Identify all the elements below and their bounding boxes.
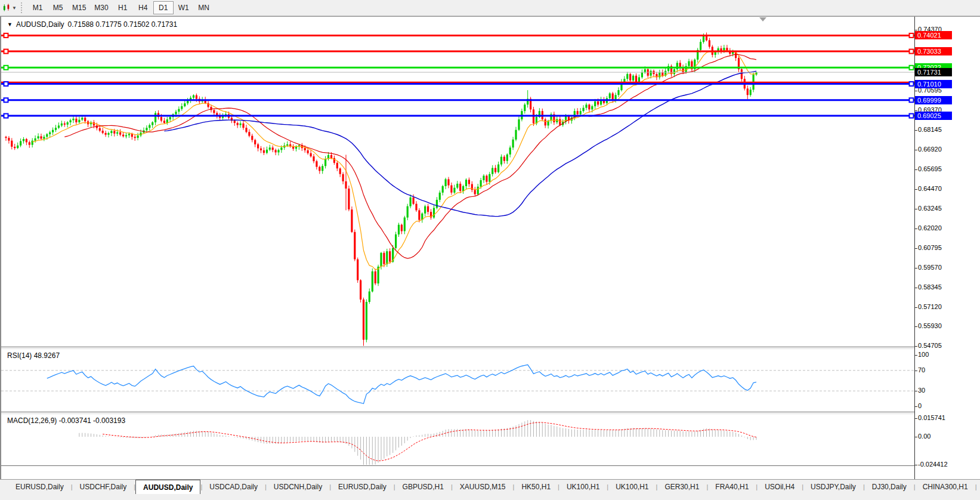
timeframe-buttons: M1M5M15M30H1H4D1W1MN — [27, 1, 214, 14]
price-tick-label: 0.63245 — [918, 205, 942, 212]
chart-tab-uk100-h1[interactable]: UK100,H1 — [608, 480, 656, 494]
timeframe-toolbar: ▼ M1M5M15M30H1H4D1W1MN — [0, 0, 980, 16]
chart-tab-usdcnh-daily[interactable]: USDCNH,Daily — [267, 480, 329, 494]
hline-handle[interactable] — [910, 82, 914, 86]
current-price-badge: 0.71731 — [915, 68, 952, 76]
hline-handle[interactable] — [4, 33, 8, 38]
chart-tab-fra40-h1[interactable]: FRA40,H1 — [708, 480, 756, 494]
timeframe-button-h4[interactable]: H4 — [133, 1, 153, 14]
hline-handle[interactable] — [4, 66, 8, 70]
timeframe-button-m15[interactable]: M15 — [68, 1, 90, 14]
rsi-tick-label: 70 — [918, 366, 925, 374]
price-chart-canvas[interactable] — [1, 17, 914, 347]
axis-tickmark — [914, 110, 917, 111]
axis-tickmark — [914, 229, 917, 229]
axis-tickmark — [914, 169, 917, 170]
chart-tab-hk50-h1[interactable]: HK50,H1 — [514, 480, 558, 494]
toolbar-grip[interactable] — [21, 2, 24, 13]
rsi-tick-label: 30 — [918, 387, 925, 394]
hline-handle[interactable] — [910, 98, 914, 102]
chevron-down-icon: ▼ — [12, 5, 17, 11]
price-tick-label: 0.68145 — [918, 126, 942, 133]
axis-tickmark — [914, 150, 917, 150]
price-tick-label: 0.58345 — [918, 283, 942, 291]
axis-tickmark — [914, 465, 917, 465]
axis-tickmark — [914, 130, 917, 131]
rsi-chart-canvas[interactable] — [1, 349, 914, 412]
axis-tickmark — [914, 248, 917, 249]
chart-tab-bar: EURUSD,Daily|USDCHF,Daily|AUDUSD,Daily|U… — [0, 479, 980, 494]
rsi-tick-label: 100 — [918, 351, 929, 358]
axis-tickmark — [914, 91, 917, 91]
price-tick-label: 0.65695 — [918, 165, 942, 172]
chart-tab-uk100-h1[interactable]: UK100,H1 — [559, 480, 607, 494]
axis-tickmark — [914, 307, 917, 308]
chart-tab-usdcad-daily[interactable]: USDCAD,Daily — [202, 480, 265, 494]
hline-handle[interactable] — [4, 114, 8, 118]
mt4-application: ▼ M1M5M15M30H1H4D1W1MN ▼ AUDUSD,Daily 0.… — [0, 0, 980, 500]
price-tick-label: 0.57120 — [918, 303, 942, 310]
axis-tickmark — [914, 437, 917, 437]
price-tick-label: 0.64470 — [918, 185, 942, 192]
price-tick-label: 0.55930 — [918, 322, 942, 329]
price-tick-label: 0.54705 — [918, 342, 942, 349]
chart-type-button[interactable]: ▼ — [2, 1, 17, 14]
chart-tab-usoil-h[interactable]: USOil,H — [977, 480, 980, 494]
axis-tickmark — [914, 346, 917, 347]
hline-handle[interactable] — [910, 66, 914, 70]
axis-tickmark — [914, 406, 917, 407]
chart-tab-xauusd-m15[interactable]: XAUUSD,M15 — [453, 480, 513, 494]
rsi-tick-label: 0 — [918, 402, 922, 409]
hline-price-badge: 0.71010 — [915, 80, 952, 88]
timeframe-button-m1[interactable]: M1 — [27, 1, 48, 14]
hline-handle[interactable] — [4, 50, 8, 54]
hline-handle[interactable] — [4, 98, 8, 102]
status-strip — [0, 494, 980, 500]
hline-price-badge: 0.74021 — [915, 31, 952, 39]
hline-price-badge: 0.69025 — [915, 112, 952, 120]
chart-tab-gbpusd-h1[interactable]: GBPUSD,H1 — [395, 480, 451, 494]
hline-handle[interactable] — [910, 33, 914, 38]
macd-chart-canvas[interactable] — [1, 414, 914, 465]
timeframe-button-w1[interactable]: W1 — [174, 1, 194, 14]
chart-tab-eurusd-daily[interactable]: EURUSD,Daily — [8, 480, 71, 494]
macd-tick-label: -0.024412 — [918, 461, 948, 468]
macd-signal-line — [103, 422, 756, 461]
timeframe-button-mn[interactable]: MN — [194, 1, 214, 14]
axis-tickmark — [914, 30, 917, 30]
pane-separator[interactable] — [1, 347, 914, 347]
chart-tab-china300-h1[interactable]: CHINA300,H1 — [916, 480, 975, 494]
pane-separator[interactable] — [1, 412, 914, 412]
axis-tickmark — [914, 371, 917, 371]
chart-tab-dj30-daily[interactable]: DJ30,Daily — [865, 480, 914, 494]
chart-tab-usdchf-daily[interactable]: USDCHF,Daily — [73, 480, 134, 494]
price-tick-label: 0.66920 — [918, 146, 942, 153]
hline-price-badge: 0.73033 — [915, 47, 952, 55]
slow-ma-line — [164, 71, 756, 216]
chart-tab-audusd-daily[interactable]: AUDUSD,Daily — [135, 480, 200, 494]
axis-tickmark — [914, 268, 917, 268]
axis-tickmark — [914, 418, 917, 419]
timeframe-button-h1[interactable]: H1 — [113, 1, 133, 14]
timeframe-button-m5[interactable]: M5 — [48, 1, 68, 14]
hline-handle[interactable] — [910, 114, 914, 118]
hline-handle[interactable] — [4, 82, 8, 86]
chart-shift-marker-icon[interactable] — [759, 17, 766, 21]
chart-tab-usdjpy-daily[interactable]: USDJPY,Daily — [803, 480, 863, 494]
chart-window: ▼ AUDUSD,Daily 0.71588 0.71775 0.71502 0… — [0, 16, 980, 479]
axis-tickmark — [914, 326, 917, 327]
chart-tab-usoil-h4[interactable]: USOil,H4 — [758, 480, 802, 494]
timeframe-button-m30[interactable]: M30 — [90, 1, 112, 14]
chart-tab-ger30-h1[interactable]: GER30,H1 — [657, 480, 706, 494]
price-tick-label: 0.62020 — [918, 224, 942, 232]
date-axis-separator — [1, 465, 914, 466]
chart-tab-eurusd-daily[interactable]: EURUSD,Daily — [331, 480, 394, 494]
candles-icon — [2, 3, 11, 13]
axis-tickmark — [914, 391, 917, 391]
price-tick-label: 0.60795 — [918, 244, 942, 251]
timeframe-button-d1[interactable]: D1 — [153, 1, 174, 14]
axis-tickmark — [914, 209, 917, 209]
hline-handle[interactable] — [910, 50, 914, 54]
macd-tick-label: 0.015741 — [918, 414, 945, 421]
macd-tick-label: 0.00 — [918, 433, 930, 440]
